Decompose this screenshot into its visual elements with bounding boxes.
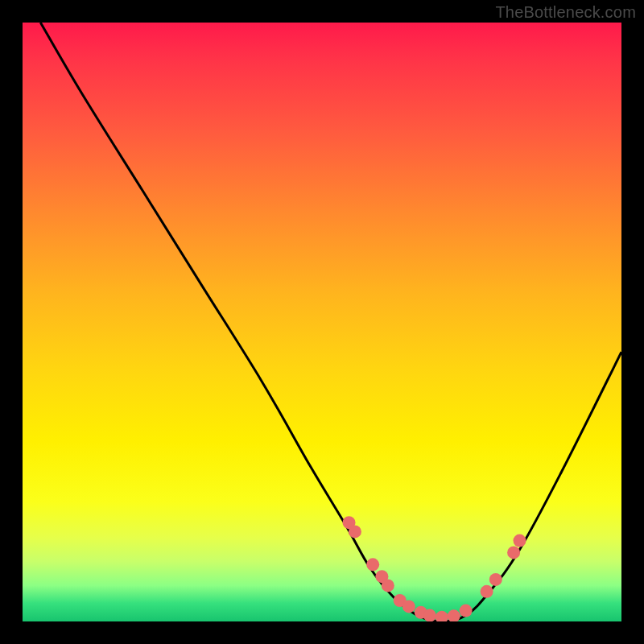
- curve-marker: [382, 579, 394, 592]
- outer-frame: TheBottleneck.com: [0, 0, 644, 644]
- curve-marker: [366, 558, 379, 571]
- plot-area: [23, 23, 621, 621]
- curve-marker: [402, 600, 415, 613]
- marker-layer: [343, 516, 526, 621]
- curve-marker: [481, 585, 493, 598]
- curve-marker: [448, 609, 460, 621]
- curve-marker: [349, 525, 361, 538]
- curve-marker: [460, 605, 473, 617]
- chart-svg: [23, 23, 621, 621]
- curve-marker: [514, 535, 526, 547]
- curve-marker: [436, 611, 448, 621]
- bottleneck-curve: [40, 23, 621, 621]
- curve-marker: [489, 573, 502, 586]
- watermark-text: TheBottleneck.com: [495, 3, 636, 22]
- curve-marker: [507, 546, 520, 559]
- curve-marker: [423, 609, 436, 621]
